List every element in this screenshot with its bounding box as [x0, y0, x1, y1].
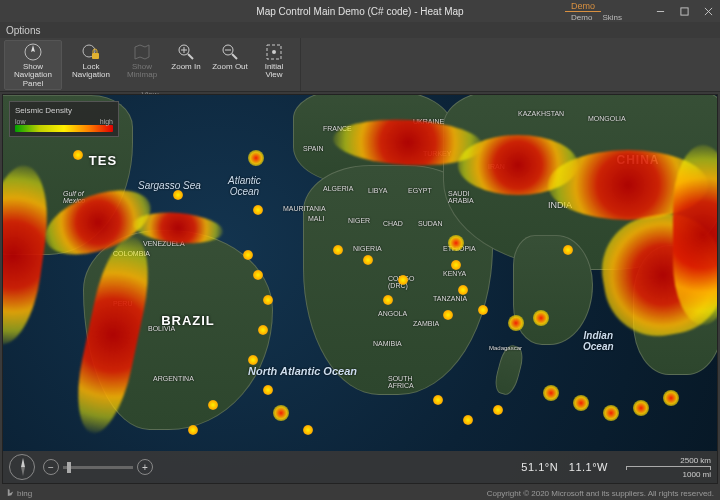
- show-minimap-button[interactable]: Show Minimap: [120, 40, 164, 90]
- menu-bar: Options: [0, 22, 720, 38]
- compass-control[interactable]: [9, 454, 35, 480]
- zoom-out-round-button[interactable]: −: [43, 459, 59, 475]
- coordinates-readout: 51.1°N 11.1°W: [521, 461, 608, 473]
- lock-navigation-button[interactable]: Lock Navigation: [62, 40, 120, 90]
- label-tes: TES: [73, 150, 133, 170]
- zoom-in-icon: [176, 42, 196, 62]
- longitude-value: 11.1°W: [569, 461, 608, 473]
- map-background: BRAZIL CHINA TES Sargasso Sea Atlantic O…: [3, 95, 717, 483]
- scale-km: 2500 km: [626, 456, 711, 465]
- zoom-out-icon: [220, 42, 240, 62]
- initial-view-icon: [264, 42, 284, 62]
- bing-logo-icon: [6, 488, 15, 499]
- legend-high: high: [100, 118, 113, 125]
- scale-bar: 2500 km 1000 mi: [626, 456, 711, 479]
- zoom-in-round-button[interactable]: +: [137, 459, 153, 475]
- svg-line-9: [188, 54, 193, 59]
- svg-point-16: [272, 50, 276, 54]
- menu-options[interactable]: Options: [6, 25, 40, 36]
- scale-mi: 1000 mi: [626, 470, 711, 479]
- zoom-out-button[interactable]: Zoom Out: [208, 40, 252, 90]
- map-viewport[interactable]: BRAZIL CHINA TES Sargasso Sea Atlantic O…: [2, 94, 718, 484]
- legend-gradient: [15, 125, 113, 132]
- label-china: CHINA: [603, 150, 673, 170]
- latitude-value: 51.1°N: [521, 461, 558, 473]
- compass-icon: [23, 42, 43, 62]
- label-gulf-mexico: Gulf of Mexico: [63, 190, 85, 204]
- window-title: Map Control Main Demo (C# code) - Heat M…: [0, 6, 720, 17]
- bing-label: bing: [17, 489, 32, 498]
- svg-marker-5: [31, 45, 35, 52]
- label-n-atlantic: North Atlantic Ocean: [248, 365, 357, 377]
- zoom-slider[interactable]: [63, 466, 133, 469]
- ribbon: Show Navigation Panel Lock Navigation Sh…: [0, 38, 720, 92]
- legend-panel: Seismic Density low high: [9, 101, 119, 137]
- minimap-icon: [132, 42, 152, 62]
- copyright-text: Copyright © 2020 Microsoft and its suppl…: [487, 489, 714, 498]
- label-indian: Indian Ocean: [583, 330, 614, 352]
- bing-attribution: bing: [6, 488, 32, 499]
- lock-globe-icon: [81, 42, 101, 62]
- legend-low: low: [15, 118, 26, 125]
- app-window: Map Control Main Demo (C# code) - Heat M…: [0, 0, 720, 500]
- zoom-in-button[interactable]: Zoom In: [164, 40, 208, 90]
- map-navigation-panel: − + 51.1°N 11.1°W 2500 km 1000 mi: [3, 451, 717, 483]
- footer-bar: bing Copyright © 2020 Microsoft and its …: [0, 486, 720, 500]
- title-bar: Map Control Main Demo (C# code) - Heat M…: [0, 0, 720, 22]
- svg-rect-7: [92, 53, 99, 59]
- label-sargasso: Sargasso Sea: [138, 180, 201, 191]
- ribbon-group-view: Show Navigation Panel Lock Navigation Sh…: [0, 38, 301, 91]
- legend-title: Seismic Density: [15, 106, 113, 115]
- zoom-control: − +: [43, 459, 153, 475]
- initial-view-button[interactable]: Initial View: [252, 40, 296, 90]
- label-atlantic: Atlantic Ocean: [228, 175, 261, 197]
- svg-line-13: [232, 54, 237, 59]
- show-navigation-panel-button[interactable]: Show Navigation Panel: [4, 40, 62, 90]
